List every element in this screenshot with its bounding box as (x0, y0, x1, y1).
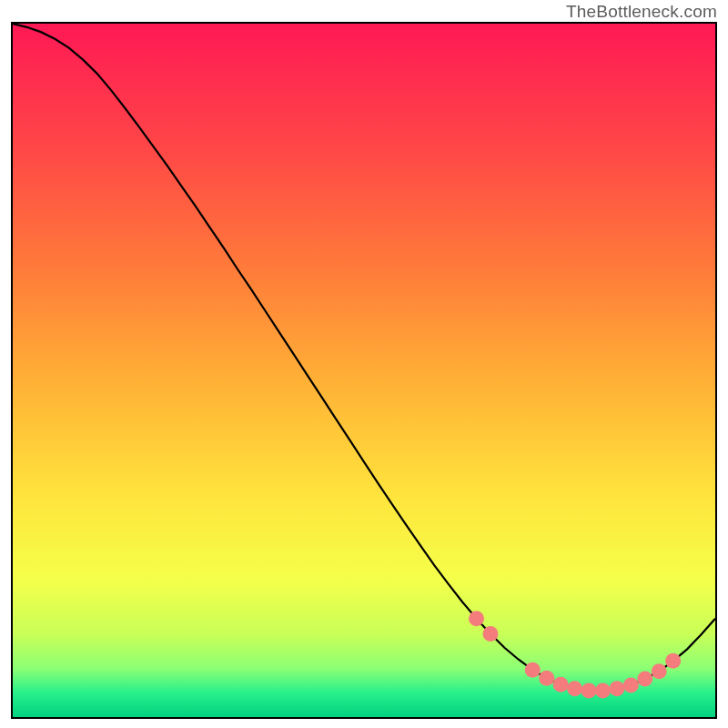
marker-point (637, 672, 652, 687)
marker-point (595, 683, 611, 699)
marker-point (525, 662, 541, 678)
marker-point (581, 683, 597, 699)
attribution-label: TheBottleneck.com (566, 2, 717, 22)
marker-point (469, 611, 484, 626)
marker-point (539, 671, 554, 686)
marker-point (567, 681, 582, 696)
marker-point (553, 677, 569, 693)
marker-point (623, 677, 639, 693)
marker-point (665, 653, 681, 669)
chart-svg (13, 24, 715, 717)
marker-point (609, 681, 624, 696)
heatmap-background (13, 24, 715, 717)
chart-frame (11, 22, 717, 719)
marker-point (482, 626, 498, 642)
marker-point (652, 663, 667, 679)
